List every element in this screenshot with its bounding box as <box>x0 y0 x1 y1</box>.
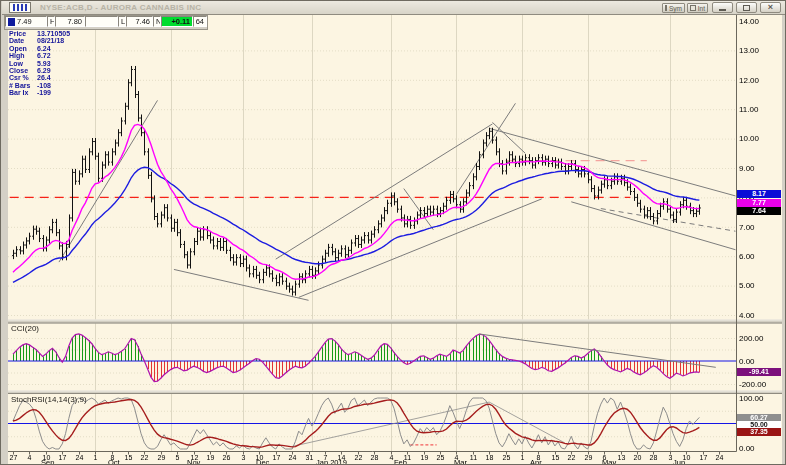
ma-fast-price-tag: 7.77 <box>737 199 781 207</box>
quote-high-label: H <box>47 16 55 27</box>
maximize-button[interactable] <box>736 2 757 13</box>
readout-row: Open6.24 <box>9 45 70 52</box>
sym-button[interactable]: Sym <box>662 3 685 13</box>
quote-toolbar: 7.49 H 7.80 L 7.46 N +0.11 64 <box>4 15 208 30</box>
int-button-label: Int <box>698 5 705 12</box>
readout-row: Csr %26.4 <box>9 74 70 81</box>
close-button[interactable]: × <box>760 2 781 13</box>
ma-slow-price-tag: 8.17 <box>737 190 781 198</box>
chart-window: NYSE:ACB,D - AURORA CANNABIS INC Sym Int… <box>0 0 786 465</box>
quote-last-cell: 7.49 <box>5 16 47 27</box>
quote-last-value: 7.49 <box>17 17 32 26</box>
quote-size-value: 64 <box>193 16 207 27</box>
maximize-icon <box>743 5 750 11</box>
cci-value-tag: -99.41 <box>737 368 781 376</box>
readout-row: High6.72 <box>9 52 70 59</box>
quote-low-label: L <box>118 16 126 27</box>
chart-canvas[interactable] <box>1 1 786 465</box>
int-button-icon <box>690 5 696 11</box>
readout-row: Bar Ix-199 <box>9 89 70 96</box>
readout-row: Date08/21/18 <box>9 37 70 44</box>
chart-icon <box>13 4 27 11</box>
quote-net-value: +0.11 <box>161 16 193 27</box>
quote-spacer-cell <box>85 16 118 27</box>
close-icon: × <box>768 3 773 12</box>
quote-low-value: 7.46 <box>126 16 153 27</box>
window-title: NYSE:ACB,D - AURORA CANNABIS INC <box>40 3 201 12</box>
titlebar: NYSE:ACB,D - AURORA CANNABIS INC Sym Int… <box>2 1 786 15</box>
stoch-slow-tag: 37.35 <box>737 428 781 436</box>
readout-row: # Bars-108 <box>9 82 70 89</box>
sym-button-label: Sym <box>669 5 682 12</box>
minimize-button[interactable] <box>712 2 733 13</box>
sym-button-icon <box>665 5 667 11</box>
quote-high-value: 7.80 <box>55 16 85 27</box>
app-icon[interactable] <box>9 2 31 13</box>
data-readout-panel: Price13.710505 Date08/21/18 Open6.24 Hig… <box>9 30 70 97</box>
readout-row: Close6.29 <box>9 67 70 74</box>
stochrsi-pane-label: StochRSI(14,14(3),9) <box>11 395 87 404</box>
last-price-tag: 7.64 <box>737 207 781 215</box>
int-button[interactable]: Int <box>687 3 708 13</box>
minimize-icon <box>719 9 726 11</box>
readout-row: Price13.710505 <box>9 30 70 37</box>
quote-net-label: N <box>153 16 161 27</box>
readout-row: Low5.93 <box>9 60 70 67</box>
cci-pane-label: CCI(20) <box>11 324 39 333</box>
last-price-swatch <box>8 18 15 26</box>
